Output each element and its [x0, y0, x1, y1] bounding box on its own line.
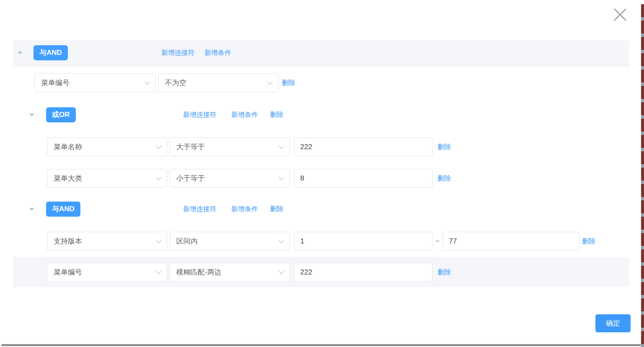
add-condition-link[interactable]: 新增条件	[204, 45, 231, 60]
operator-select-value: 模糊匹配-两边	[176, 267, 222, 277]
field-select[interactable]: 菜单大类	[47, 169, 167, 188]
add-condition-link[interactable]: 新增条件	[231, 202, 258, 217]
chevron-down-icon	[156, 177, 162, 181]
field-select[interactable]: 菜单名称	[47, 137, 167, 156]
range-separator: ~	[435, 232, 439, 251]
delete-group-link[interactable]: 删除	[270, 202, 283, 217]
add-connector-link[interactable]: 新增连接符	[183, 202, 216, 217]
operator-select-value: 小于等于	[176, 174, 205, 183]
value-input[interactable]	[294, 137, 433, 156]
chevron-down-icon	[278, 145, 284, 149]
chevron-down-icon	[267, 81, 273, 85]
chevron-down-icon	[278, 240, 284, 243]
chevron-down-icon	[156, 271, 162, 274]
operator-select[interactable]: 区间内	[170, 232, 290, 251]
right-edge-backdrop	[641, 4, 644, 347]
value-input[interactable]	[294, 169, 433, 188]
add-connector-link[interactable]: 新增连接符	[161, 45, 195, 60]
chevron-down-icon	[156, 240, 162, 243]
chevron-down-icon	[278, 271, 284, 274]
delete-group-link[interactable]: 删除	[270, 107, 283, 122]
field-select-value: 菜单大类	[54, 174, 82, 183]
collapse-caret-icon[interactable]	[29, 208, 34, 211]
value-input[interactable]	[294, 263, 433, 282]
add-connector-link[interactable]: 新增连接符	[183, 107, 216, 122]
delete-condition-link[interactable]: 删除	[438, 263, 451, 282]
field-select-value: 菜单名称	[54, 142, 82, 152]
field-select-value: 支持版本	[54, 236, 82, 246]
chevron-down-icon	[278, 177, 284, 181]
delete-condition-link[interactable]: 删除	[282, 73, 295, 92]
chevron-down-icon	[144, 81, 150, 85]
add-condition-link[interactable]: 新增条件	[231, 107, 258, 122]
field-select-value: 菜单编号	[41, 78, 70, 88]
operator-select[interactable]: 不为空	[158, 73, 278, 92]
connector-tag-or[interactable]: 或OR	[46, 107, 76, 122]
horizontal-scrollbar[interactable]	[1, 344, 641, 346]
field-select[interactable]: 菜单编号	[34, 73, 156, 92]
delete-condition-link[interactable]: 删除	[438, 137, 451, 156]
operator-select-value: 区间内	[176, 236, 198, 246]
delete-condition-link[interactable]: 删除	[438, 169, 451, 188]
collapse-caret-icon[interactable]	[18, 52, 23, 54]
field-select[interactable]: 菜单编号	[47, 263, 167, 282]
delete-condition-link[interactable]: 删除	[582, 232, 595, 251]
collapse-caret-icon[interactable]	[29, 114, 34, 117]
operator-select[interactable]: 大于等于	[170, 137, 290, 156]
field-select-value: 菜单编号	[54, 267, 82, 277]
chevron-down-icon	[156, 145, 162, 149]
group-header-band	[13, 40, 629, 67]
range-max-input[interactable]	[443, 232, 580, 251]
operator-select-value: 不为空	[165, 78, 186, 88]
close-icon	[613, 7, 628, 22]
connector-tag-and[interactable]: 与AND	[33, 45, 68, 60]
confirm-button[interactable]: 确定	[595, 314, 631, 332]
operator-select[interactable]: 小于等于	[170, 169, 290, 188]
connector-tag-and[interactable]: 与AND	[46, 202, 80, 217]
field-select[interactable]: 支持版本	[47, 232, 167, 251]
close-button[interactable]	[613, 7, 628, 22]
operator-select[interactable]: 模糊匹配-两边	[170, 263, 290, 282]
operator-select-value: 大于等于	[176, 142, 205, 152]
range-min-input[interactable]	[294, 232, 433, 251]
